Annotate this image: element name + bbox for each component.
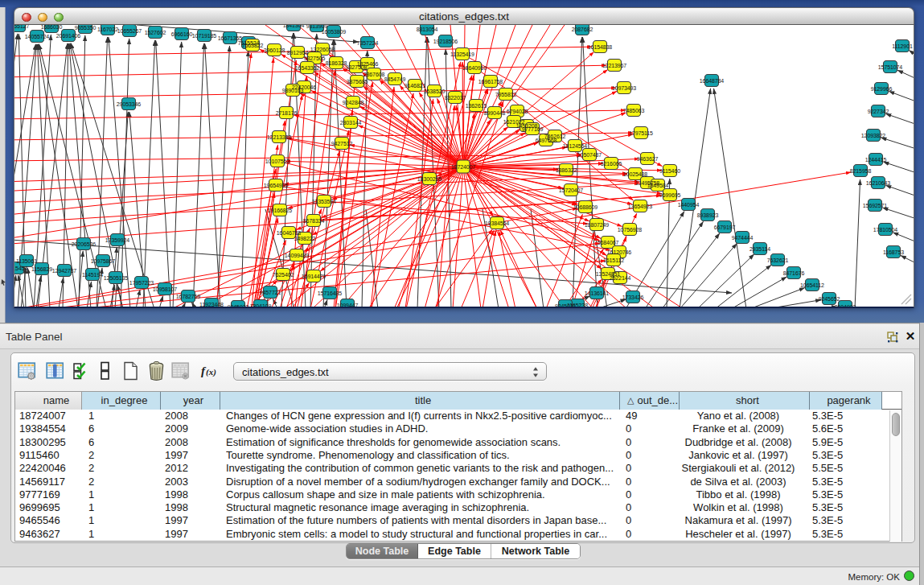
float-window-icon[interactable]	[887, 332, 898, 343]
graph-edge[interactable]	[893, 233, 914, 247]
cell-title[interactable]: Estimation of the future numbers of pati…	[226, 514, 620, 527]
table-settings-icon-part-part[interactable]	[31, 365, 35, 366]
graph-edge[interactable]	[310, 34, 317, 308]
table-settings-icon-part[interactable]	[18, 360, 37, 381]
cell-year[interactable]: 2009	[165, 422, 220, 435]
cell-pagerank[interactable]: 5.6E-5	[812, 422, 882, 435]
select-functions-icon-part[interactable]	[72, 360, 92, 381]
network-canvas[interactable]: 2055127140557241686030206914069655350116…	[14, 25, 914, 308]
table-settings-icon-part-part[interactable]	[20, 365, 23, 366]
vertical-cells-icon[interactable]	[96, 360, 115, 381]
graph-edge[interactable]	[782, 307, 837, 308]
column-header-name[interactable]: name	[15, 392, 82, 410]
graph-edge[interactable]	[14, 275, 16, 308]
table-row[interactable]: 1938455462009Genome-wide association stu…	[15, 422, 901, 435]
cell-short[interactable]: de Silva et al. (2003)	[680, 476, 797, 488]
cell-out_degree[interactable]: 0	[626, 528, 680, 541]
cell-in_degree[interactable]: 2	[88, 449, 161, 462]
cell-out_degree[interactable]: 0	[626, 422, 680, 435]
column-header-title[interactable]: title	[220, 392, 620, 410]
cell-short[interactable]: Jankovic et al. (1997)	[680, 449, 797, 462]
table-row[interactable]: 946362711997Embryonic stem cells: a mode…	[15, 528, 901, 541]
cell-name[interactable]: 9777169	[19, 488, 82, 501]
graph-edge[interactable]	[241, 51, 248, 308]
cell-in_degree[interactable]: 2	[88, 476, 161, 488]
graph-edge[interactable]	[97, 37, 108, 308]
delete-column-icon[interactable]	[147, 360, 166, 381]
cell-year[interactable]: 1998	[165, 488, 220, 501]
resize-grip-icon[interactable]	[899, 292, 912, 305]
cell-in_degree[interactable]: 6	[88, 422, 161, 435]
graph-edge[interactable]	[883, 208, 915, 223]
cell-short[interactable]: Dudbridge et al. (2008)	[680, 436, 797, 449]
cell-short[interactable]: Tibbo et al. (1998)	[680, 488, 797, 501]
cell-title[interactable]: Disruption of a novel member of a sodium…	[226, 476, 620, 488]
cell-out_degree[interactable]: 0	[626, 488, 680, 501]
function-builder-icon-part[interactable]: f(x)	[199, 360, 220, 381]
graph-edge[interactable]	[173, 42, 182, 308]
cell-title[interactable]: Embryonic stem cells: a model to study s…	[226, 528, 620, 541]
new-column-icon-part-part[interactable]	[133, 363, 137, 367]
cell-name[interactable]: 18724007	[19, 410, 82, 422]
graph-edge[interactable]	[340, 167, 463, 308]
column-header-out_degree[interactable]: △out_de...	[620, 392, 680, 410]
tab-network-table[interactable]: Network Table	[491, 544, 580, 559]
graph-edge[interactable]	[645, 221, 704, 308]
cell-name[interactable]: 14569117	[19, 476, 82, 488]
cell-pagerank[interactable]: 5.3E-5	[812, 449, 882, 462]
cell-out_degree[interactable]: 0	[626, 462, 680, 475]
network-table-select[interactable]: citations_edges.txt	[233, 362, 547, 381]
cell-year[interactable]: 1997	[165, 449, 220, 462]
cell-pagerank[interactable]: 5.3E-5	[812, 528, 882, 541]
cell-year[interactable]: 1997	[165, 514, 220, 527]
table-row[interactable]: 2242004622012Investigating the contribut…	[15, 462, 901, 475]
cell-name[interactable]: 18300295	[19, 436, 82, 449]
graph-edge[interactable]	[885, 113, 914, 129]
cell-year[interactable]: 2008	[165, 436, 220, 449]
resize-grip-icon-part[interactable]	[901, 295, 911, 304]
table-settings-icon[interactable]	[18, 360, 37, 381]
graph-edge[interactable]	[731, 277, 786, 308]
table-row[interactable]: 969969511998Structural magnetic resonanc…	[15, 501, 901, 514]
cell-year[interactable]: 1997	[165, 528, 220, 541]
graph-edge[interactable]	[885, 185, 914, 200]
select-columns-icon[interactable]	[46, 360, 65, 381]
select-columns-icon-part-part[interactable]	[48, 365, 51, 366]
delete-column-icon-part-part[interactable]	[154, 362, 159, 365]
vertical-cells-icon-part-part[interactable]	[101, 363, 109, 371]
cell-in_degree[interactable]: 6	[88, 436, 161, 449]
select-columns-icon-part-part[interactable]	[53, 364, 57, 377]
cell-short[interactable]: Wolkin et al. (1998)	[680, 501, 797, 514]
cell-title[interactable]: Changes of HCN gene expression and I(f) …	[226, 410, 620, 422]
close-panel-icon[interactable]: ✕	[905, 331, 916, 342]
cell-out_degree[interactable]: 0	[626, 449, 680, 462]
column-header-pagerank[interactable]: pagerank	[810, 392, 882, 410]
cell-pagerank[interactable]: 5.9E-5	[812, 436, 882, 449]
new-column-icon-part[interactable]	[121, 360, 141, 381]
table-row[interactable]: 946554611997Estimation of the future num…	[15, 514, 901, 527]
cell-title[interactable]: Genome-wide association studies in ADHD.	[226, 422, 620, 435]
cell-out_degree[interactable]: 0	[626, 476, 680, 488]
vertical-cells-icon-part-part[interactable]	[101, 372, 109, 380]
cell-title[interactable]: Corpus callosum shape and size in male p…	[226, 488, 620, 501]
column-header-in_degree[interactable]: in_degree	[82, 392, 161, 410]
cell-in_degree[interactable]: 1	[88, 488, 161, 501]
cell-name[interactable]: 19384554	[19, 422, 82, 435]
delete-column-icon-part[interactable]	[147, 360, 166, 381]
cell-year[interactable]: 2008	[165, 410, 220, 422]
cell-name[interactable]: 9465546	[19, 514, 82, 527]
graph-edge[interactable]	[897, 70, 914, 84]
table-vertical-scrollbar[interactable]	[889, 410, 901, 542]
graph-edge[interactable]	[156, 40, 170, 308]
function-builder-icon[interactable]: f(x)	[199, 360, 219, 381]
graph-edge[interactable]	[749, 288, 805, 308]
graph-edge[interactable]	[855, 179, 860, 308]
cell-name[interactable]: 9115460	[19, 449, 82, 462]
cell-out_degree[interactable]: 49	[626, 410, 680, 422]
graph-edge[interactable]	[463, 25, 496, 167]
cell-title[interactable]: Investigating the contribution of common…	[226, 462, 620, 475]
network-window-titlebar[interactable]: citations_edges.txt	[14, 7, 914, 25]
cell-in_degree[interactable]: 1	[88, 501, 161, 514]
graph-edge[interactable]	[27, 268, 34, 308]
select-functions-icon[interactable]	[72, 360, 92, 381]
